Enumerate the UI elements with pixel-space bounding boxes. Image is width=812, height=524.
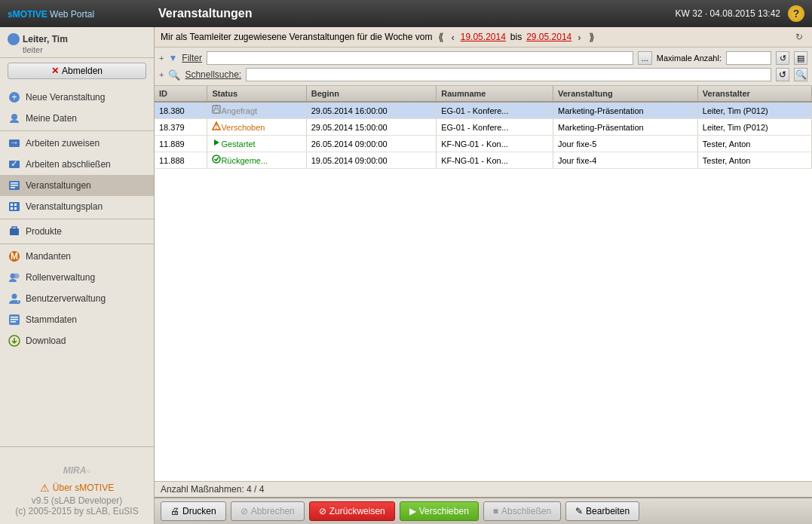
sidebar-item-veranstaltungsplan[interactable]: Veranstaltungsplan (0, 196, 154, 217)
cell-beginn: 19.05.2014 09:00:00 (306, 152, 436, 169)
week-last-button[interactable]: ⟫ (587, 32, 596, 43)
sidebar-item-mandanten[interactable]: M Mandanten (0, 246, 154, 267)
sidebar-item-veranstaltungen[interactable]: Veranstaltungen (0, 175, 154, 196)
cell-id: 11.888 (155, 152, 207, 169)
about-smotive-link[interactable]: ⚠ Über sMOTIVE (8, 482, 146, 494)
sidebar-item-neue-veranstaltung[interactable]: + Neue Veranstaltung (0, 87, 154, 108)
svg-text:A: A (213, 105, 219, 114)
abschliessen-button[interactable]: ■ Abschließen (483, 501, 561, 521)
page-title: Veranstaltungen (158, 7, 630, 20)
cell-veranstaltung: Jour fixe-5 (553, 136, 698, 152)
table-row[interactable]: 11.888 Rückgeme... 19.05.2014 09:00:00 K… (155, 152, 812, 169)
help-button[interactable]: ? (788, 5, 804, 22)
reject-icon: ⊘ (319, 506, 326, 516)
events-table: ID Status Beginn Raumname Veranstaltung … (155, 86, 812, 169)
filter-input[interactable] (207, 51, 633, 65)
schnellsuche-row: + 🔍 Schnellsuche: ↺ 🔍 (159, 66, 807, 83)
cell-veranstaltung: Marketing-Präsentation (553, 102, 698, 119)
date-to[interactable]: 29.05.2014 (526, 32, 571, 42)
status-bar: Anzahl Maßnahmen: 4 / 4 (155, 481, 812, 497)
week-nav-bar: Mir als Teamleiter zugewiesene Veranstal… (155, 27, 812, 47)
svg-rect-27 (11, 321, 16, 323)
cell-beginn: 29.05.2014 16:00:00 (306, 102, 436, 119)
filter-label[interactable]: Filter (182, 53, 202, 63)
cell-id: 18.379 (155, 119, 207, 136)
cell-raumname: EG-01 - Konfere... (437, 102, 553, 119)
sidebar-item-stammdaten[interactable]: Stammdaten (0, 309, 154, 330)
abbrechen-button[interactable]: ⊘ Abbrechen (231, 501, 305, 521)
app-logo: sMOTIVE Web Portal (8, 7, 158, 20)
user-login: tleiter (8, 45, 146, 54)
schnellsuche-expand-icon[interactable]: + (159, 70, 164, 79)
filter-expand-icon[interactable]: + (159, 54, 164, 63)
filter-reset-button[interactable]: ↺ (776, 51, 789, 65)
col-id: ID (155, 86, 207, 102)
svg-rect-25 (11, 317, 18, 318)
action-bar: 🖨 Drucken ⊘ Abbrechen ⊘ Zurückweisen ▶ V… (155, 497, 812, 524)
filter-settings-button[interactable]: ▤ (794, 51, 807, 65)
cell-raumname: EG-01 - Konfere... (437, 119, 553, 136)
col-raumname: Raumname (437, 86, 553, 102)
svg-rect-12 (11, 204, 13, 206)
sidebar-item-arbeiten-abschliessen[interactable]: ✓ Arbeiten abschließen (0, 154, 154, 175)
svg-rect-15 (14, 207, 17, 210)
filter-bar: + ▼ Filter ... Maximale Anzahl: ↺ ▤ + 🔍 … (155, 47, 812, 86)
version-text: v9.5 (sLAB Developer) (c) 2005-2015 by s… (8, 495, 146, 516)
cell-veranstalter: Leiter, Tim (P012) (697, 102, 811, 119)
col-beginn: Beginn (306, 86, 436, 102)
svg-point-34 (213, 155, 220, 163)
header-datetime: KW 32 · 04.08.2015 13:42 (630, 8, 780, 19)
table-row[interactable]: 18.380 AAngefragt 29.05.2014 16:00:00 EG… (155, 102, 812, 119)
max-amount-input[interactable] (726, 51, 771, 65)
search-input[interactable] (246, 68, 771, 81)
week-next-button[interactable]: › (576, 32, 582, 43)
search-icon: 🔍 (168, 69, 180, 81)
svg-rect-26 (11, 319, 18, 320)
svg-rect-10 (11, 187, 15, 188)
svg-rect-11 (9, 202, 20, 211)
zurueckweisen-button[interactable]: ⊘ Zurückweisen (309, 501, 395, 521)
svg-point-2 (11, 114, 17, 120)
mira-logo: MIRA○ (8, 455, 146, 479)
filter-dotdotdot-button[interactable]: ... (638, 51, 652, 65)
sidebar-item-arbeiten-zuweisen[interactable]: → Arbeiten zuweisen (0, 133, 154, 154)
col-veranstaltung: Veranstaltung (553, 86, 698, 102)
sidebar-item-benutzerverwaltung[interactable]: + Benutzerverwaltung (0, 288, 154, 309)
nav-section: + Neue Veranstaltung Meine Daten → Arbei… (0, 84, 154, 446)
cell-raumname: KF-NG-01 - Kon... (437, 152, 553, 169)
cell-status: Gestartet (207, 136, 306, 152)
sidebar-item-produkte[interactable]: Produkte (0, 221, 154, 242)
logout-button[interactable]: ✕ Abmelden (8, 63, 146, 79)
schnellsuche-label[interactable]: Schnellsuche: (185, 69, 241, 80)
cell-veranstalter: Leiter, Tim (P012) (697, 119, 811, 136)
table-row[interactable]: 18.379 !Verschoben 29.05.2014 15:00:00 E… (155, 119, 812, 136)
cell-id: 18.380 (155, 102, 207, 119)
search-go-button[interactable]: 🔍 (794, 68, 807, 81)
svg-rect-16 (10, 228, 19, 235)
status-icon: ! (212, 122, 221, 133)
complete-icon: ■ (493, 506, 498, 516)
svg-marker-33 (214, 139, 219, 146)
filter-row: + ▼ Filter ... Maximale Anzahl: ↺ ▤ (159, 50, 807, 66)
date-from[interactable]: 19.05.2014 (461, 32, 506, 42)
content-area: Mir als Teamleiter zugewiesene Veranstal… (155, 27, 812, 524)
rollenverwaltung-icon (8, 271, 21, 284)
cell-raumname: KF-NG-01 - Kon... (437, 136, 553, 152)
sidebar-item-download[interactable]: Download (0, 330, 154, 351)
svg-rect-9 (11, 185, 18, 186)
col-veranstalter: Veranstalter (697, 86, 811, 102)
search-reset-button[interactable]: ↺ (776, 68, 789, 81)
sidebar-item-rollenverwaltung[interactable]: Rollenverwaltung (0, 267, 154, 288)
bearbeiten-button[interactable]: ✎ Bearbeiten (565, 501, 639, 521)
veranstaltungsplan-icon (8, 200, 21, 213)
status-icon (212, 155, 221, 166)
verschieben-button[interactable]: ▶ Verschieben (400, 501, 479, 521)
refresh-button[interactable]: ↻ (792, 30, 806, 44)
cell-id: 11.889 (155, 136, 207, 152)
week-prev-button[interactable]: ‹ (449, 32, 455, 43)
drucken-button[interactable]: 🖨 Drucken (161, 501, 226, 521)
svg-rect-14 (11, 207, 13, 210)
week-first-button[interactable]: ⟪ (437, 32, 445, 43)
table-row[interactable]: 11.889 Gestartet 26.05.2014 09:00:00 KF-… (155, 136, 812, 152)
sidebar-item-meine-daten[interactable]: Meine Daten (0, 108, 154, 129)
